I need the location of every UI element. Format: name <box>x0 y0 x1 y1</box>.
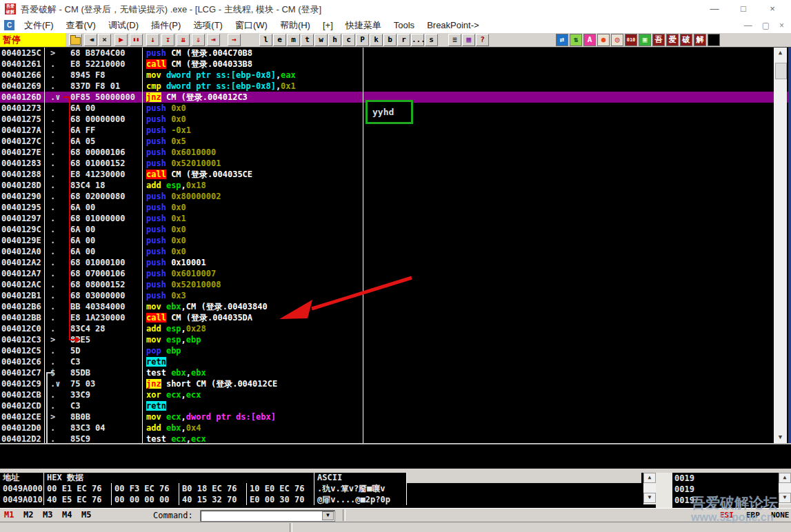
disasm-row[interactable]: 00401283.68 01000152push 0x52010001 <box>0 158 791 169</box>
macro-button-m4[interactable]: M4 <box>62 510 80 520</box>
menu-item-[interactable]: 快捷菜单 <box>339 18 388 33</box>
disasm-row[interactable]: 004012C5.5Dpop ebp <box>0 345 791 356</box>
scroll-down-icon[interactable]: ▼ <box>643 493 656 503</box>
mdi-close-button[interactable]: × <box>779 19 784 32</box>
letter-button-k[interactable]: k <box>370 34 383 46</box>
menu-item-breakpoint[interactable]: BreakPoint-> <box>421 18 485 33</box>
plugin-target-button[interactable]: ◎ <box>611 34 623 46</box>
disasm-row[interactable]: 004012C0.83C4 28add esp,0x28 <box>0 323 791 334</box>
disasm-row[interactable]: 0040127C.6A 05push 0x5 <box>0 136 791 147</box>
menu-item-[interactable]: [+] <box>317 18 339 33</box>
letter-button-s[interactable]: s <box>425 34 438 46</box>
disasm-row[interactable]: 004012C7$85DBtest ebx,ebx <box>0 367 791 378</box>
column-separator[interactable] <box>363 48 363 443</box>
disasm-row[interactable]: 004012D0.83C3 04add ebx,0x4 <box>0 422 791 433</box>
stack-pane[interactable]: 001900190019 <box>672 473 779 508</box>
disasm-row[interactable]: 004012CB.33C9xor ecx,ecx <box>0 389 791 400</box>
disasm-row[interactable]: 0040129E.6A 00push 0x0 <box>0 235 791 246</box>
menu-item-d[interactable]: 调试(D) <box>102 18 145 33</box>
scroll-up-icon[interactable]: ▲ <box>643 473 656 483</box>
disasm-row[interactable]: 00401295.6A 00push 0x0 <box>0 202 791 213</box>
step-into-button[interactable]: ↓ <box>146 34 159 46</box>
disasm-row[interactable]: 00401266.8945 F8mov dword ptr ss:[ebp-0x… <box>0 70 791 81</box>
trace-over-button[interactable]: ⇓ <box>192 34 205 46</box>
mdi-restore-button[interactable]: ▢ <box>762 19 770 32</box>
disasm-scrollbar[interactable]: ▲ ▼ <box>774 48 787 443</box>
disasm-row[interactable]: 0040127A.6A FFpush -0x1 <box>0 125 791 136</box>
maximize-button[interactable]: □ <box>729 0 758 18</box>
disasm-row[interactable]: 004012AC.68 08000152push 0x52010008 <box>0 279 791 290</box>
disassembly-pane[interactable]: 0040125C>68 B8704C00push CM (登录.004C70B8… <box>0 48 791 443</box>
letter-button-P[interactable]: P <box>356 34 369 46</box>
letter-button-l[interactable]: l <box>259 34 272 46</box>
letter-button-e[interactable]: e <box>273 34 286 46</box>
stack-row[interactable]: 0019 <box>672 473 779 484</box>
disasm-row[interactable]: 004012C6.C3retn <box>0 356 791 367</box>
disasm-row[interactable]: 0040128D.83C4 18add esp,0x18 <box>0 180 791 191</box>
windows-list-button[interactable]: ▦ <box>462 34 475 46</box>
macro-button-m5[interactable]: M5 <box>81 510 99 520</box>
plugin-ai-button[interactable]: 爱 <box>666 34 679 46</box>
plugin-jie-button[interactable]: 解 <box>694 34 706 46</box>
disasm-row[interactable]: 004012CD.C3retn <box>0 400 791 411</box>
disasm-row[interactable]: 004012B6.BB 40384000mov ebx,CM (登录.00403… <box>0 301 791 312</box>
scroll-thumb[interactable] <box>775 63 787 79</box>
disasm-row[interactable]: 00401297.68 01000000push 0x1 <box>0 213 791 224</box>
letter-button-w[interactable]: w <box>314 34 328 46</box>
dump-row[interactable]: 0049A00000 E1 EC 7600 F3 EC 76B0 18 EC 7… <box>0 483 657 494</box>
disasm-row[interactable]: 004012D2.85C9test ecx,ecx <box>0 433 791 443</box>
letter-button-c[interactable]: c <box>342 34 355 46</box>
goto-button[interactable]: → <box>228 34 241 46</box>
disasm-row[interactable]: 004012A7.68 07000106push 0x6010007 <box>0 268 791 279</box>
scroll-down-icon[interactable]: ▼ <box>774 432 787 443</box>
menu-item-tools[interactable]: Tools <box>388 18 421 33</box>
step-over-button[interactable]: ↧ <box>161 34 174 46</box>
stack-row[interactable]: 0019 <box>672 495 779 506</box>
plugin-swap-button[interactable]: ⇄ <box>556 34 568 46</box>
disasm-row[interactable]: 004012B1.68 03000000push 0x3 <box>0 290 791 301</box>
plugin-monitor-button[interactable]: ▣ <box>639 34 651 46</box>
trace-into-button[interactable]: ⇊ <box>177 34 190 46</box>
plugin-po-button[interactable]: 破 <box>680 34 692 46</box>
pause-button[interactable]: ▮▮ <box>130 34 143 46</box>
macro-button-m3[interactable]: M3 <box>43 510 61 520</box>
dump-scrollbar[interactable]: ▲ ▼ <box>643 473 656 504</box>
hex-dump-pane[interactable]: 地址 HEX 数据 ASCII 0049A00000 E1 EC 7600 F3… <box>0 473 657 508</box>
disasm-row[interactable]: 004012CE>8B0Bmov ecx,dword ptr ds:[ebx] <box>0 411 791 422</box>
menu-item-t[interactable]: 选项(T) <box>187 18 229 33</box>
plugin-black-button[interactable] <box>708 34 720 46</box>
menu-item-v[interactable]: 查看(V) <box>60 18 102 33</box>
letter-button-r[interactable]: r <box>397 34 410 46</box>
close-debuggee-button[interactable]: × <box>98 34 111 46</box>
plugin-wu-button[interactable]: 吾 <box>652 34 665 46</box>
chevron-down-icon[interactable]: ▼ <box>322 511 334 520</box>
command-input[interactable]: ▼ <box>200 510 335 522</box>
minimize-button[interactable]: — <box>700 0 729 18</box>
log-window-button[interactable]: ≡ <box>448 34 461 46</box>
disasm-row[interactable]: 004012A2.68 01000100push 0x10001 <box>0 257 791 268</box>
mdi-minimize-button[interactable]: — <box>744 19 752 32</box>
letter-button-b[interactable]: b <box>383 34 397 46</box>
disasm-row[interactable]: 004012A0.6A 00push 0x0 <box>0 246 791 257</box>
scroll-up-icon[interactable]: ▲ <box>779 473 791 483</box>
scroll-up-icon[interactable]: ▲ <box>774 48 787 59</box>
dump-row[interactable]: 0049A01040 E5 EC 7600 00 00 0040 15 32 7… <box>0 494 657 505</box>
letter-button-t[interactable]: t <box>301 34 314 46</box>
menu-item-w[interactable]: 窗口(W) <box>229 18 274 33</box>
disasm-row[interactable]: 00401290.68 02000080push 0x80000002 <box>0 191 791 202</box>
menu-item-f[interactable]: 文件(F) <box>18 18 60 33</box>
plugin-updown-button[interactable]: ⇅ <box>570 34 582 46</box>
macro-button-m1[interactable]: M1 <box>4 510 22 520</box>
disasm-row[interactable]: 004012C9.∨75 03jnz short CM (登录.004012CE <box>0 378 791 389</box>
until-return-button[interactable]: ⇥ <box>207 34 220 46</box>
restart-button[interactable]: ◀◀ <box>84 34 97 46</box>
disasm-row[interactable]: 0040127E.68 00000106push 0x6010000 <box>0 147 791 158</box>
plugin-binary-button[interactable]: 010 <box>625 34 637 46</box>
run-button[interactable]: ▶ <box>114 34 128 46</box>
disasm-row[interactable]: 00401288.E8 41230000call CM (登录.004035CE <box>0 169 791 180</box>
disasm-row[interactable]: 0040125C>68 B8704C00push CM (登录.004C70B8 <box>0 48 791 59</box>
plugin-a-button[interactable]: A <box>583 34 596 46</box>
column-separator[interactable] <box>44 48 45 443</box>
disasm-row[interactable]: 004012BB.E8 1A230000call CM (登录.004035DA <box>0 312 791 323</box>
stack-row[interactable]: 0019 <box>672 484 779 495</box>
